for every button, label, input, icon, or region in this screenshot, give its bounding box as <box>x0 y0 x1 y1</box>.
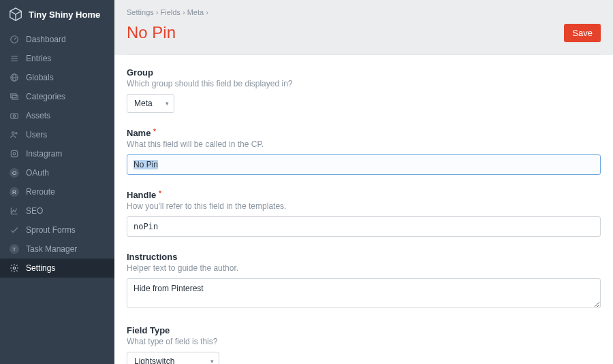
sidebar-item-users[interactable]: Users <box>0 125 114 144</box>
fieldtype-label: Field Type <box>127 325 601 335</box>
sidebar-item-seo[interactable]: SEO <box>0 201 114 220</box>
handle-label: Handle <box>127 190 156 200</box>
sidebar-item-label: Sprout Forms <box>26 225 76 235</box>
svg-rect-11 <box>12 95 18 99</box>
svg-rect-16 <box>11 150 17 156</box>
name-label: Name <box>127 128 151 138</box>
sidebar-item-oauth[interactable]: OOAuth <box>0 163 114 182</box>
sidebar-item-dashboard[interactable]: Dashboard <box>0 30 114 49</box>
list-icon <box>10 54 19 63</box>
sidebar-item-label: Categories <box>26 92 65 101</box>
breadcrumb-fields[interactable]: Fields <box>161 8 180 16</box>
sidebar-item-entries[interactable]: Entries <box>0 49 114 68</box>
chart-icon <box>10 206 19 216</box>
sidebar-item-label: Globals <box>26 73 54 82</box>
page-title: No Pin <box>127 23 176 42</box>
topbar: Settings › Fields › Meta › No Pin Save <box>114 0 613 55</box>
sidebar-item-globals[interactable]: Globals <box>0 68 114 87</box>
folders-icon <box>10 92 19 101</box>
svg-rect-10 <box>11 94 16 98</box>
sidebar-item-label: Entries <box>26 54 51 63</box>
instagram-icon <box>10 149 19 159</box>
instructions-textarea[interactable] <box>127 278 601 308</box>
sidebar-item-reroute[interactable]: RReroute <box>0 182 114 201</box>
group-help: Which group should this field be display… <box>127 79 601 88</box>
sidebar-item-assets[interactable]: Assets <box>0 106 114 125</box>
sidebar-item-label: Task Manager <box>26 244 77 254</box>
instructions-help: Helper text to guide the author. <box>127 263 601 273</box>
sidebar-item-categories[interactable]: Categories <box>0 87 114 106</box>
camera-icon <box>10 111 19 120</box>
oauth-icon: O <box>10 168 19 178</box>
sidebar-item-label: Users <box>26 130 47 139</box>
reroute-icon: R <box>10 187 19 197</box>
sidebar-item-label: Reroute <box>26 187 55 197</box>
group-select[interactable]: Meta <box>127 94 174 113</box>
handle-help: How you'll refer to this field in the te… <box>127 201 601 211</box>
sidebar-item-label: Settings <box>26 263 55 273</box>
breadcrumb-meta[interactable]: Meta <box>187 8 204 16</box>
gear-icon <box>10 263 19 273</box>
required-icon: * <box>153 128 156 135</box>
svg-point-14 <box>12 132 15 135</box>
svg-point-20 <box>13 267 16 269</box>
svg-rect-12 <box>11 114 18 118</box>
sidebar-item-instagram[interactable]: Instagram <box>0 144 114 163</box>
sidebar-item-label: Instagram <box>26 149 62 159</box>
brand-name: Tiny Shiny Home <box>29 10 100 20</box>
required-icon: * <box>159 190 161 197</box>
breadcrumb: Settings › Fields › Meta › <box>127 8 601 16</box>
sidebar-item-label: SEO <box>26 206 43 216</box>
sidebar-item-label: Assets <box>26 111 50 120</box>
sidebar-item-settings[interactable]: Settings <box>0 259 114 278</box>
main: Settings › Fields › Meta › No Pin Save G… <box>114 0 613 364</box>
breadcrumb-settings[interactable]: Settings <box>127 8 154 16</box>
nav: DashboardEntriesGlobalsCategoriesAssetsU… <box>0 30 114 278</box>
sidebar-item-sprout-forms[interactable]: Sprout Forms <box>0 220 114 239</box>
users-icon <box>10 130 19 139</box>
group-label: Group <box>127 67 601 78</box>
svg-line-3 <box>14 38 16 39</box>
name-help: What this field will be called in the CP… <box>127 139 601 149</box>
svg-point-13 <box>13 115 16 118</box>
save-button[interactable]: Save <box>564 24 601 42</box>
svg-point-17 <box>13 152 16 155</box>
sidebar-item-label: OAuth <box>26 168 49 178</box>
handle-input[interactable] <box>127 216 601 237</box>
fieldtype-help: What type of field is this? <box>127 337 601 346</box>
svg-point-15 <box>16 133 17 134</box>
logo-icon <box>8 7 23 22</box>
gauge-icon <box>10 35 19 44</box>
task-icon: T <box>10 244 19 254</box>
sidebar-item-task-manager[interactable]: TTask Manager <box>0 239 114 259</box>
fieldtype-select[interactable]: Lightswitch <box>127 352 219 364</box>
form: Group Which group should this field be d… <box>114 55 613 364</box>
brand: Tiny Shiny Home <box>0 0 114 30</box>
globe-icon <box>10 73 19 82</box>
sidebar: Tiny Shiny Home DashboardEntriesGlobalsC… <box>0 0 114 364</box>
name-input[interactable] <box>127 154 601 175</box>
sidebar-item-label: Dashboard <box>26 35 66 44</box>
check-icon <box>10 225 19 235</box>
instructions-label: Instructions <box>127 252 601 262</box>
